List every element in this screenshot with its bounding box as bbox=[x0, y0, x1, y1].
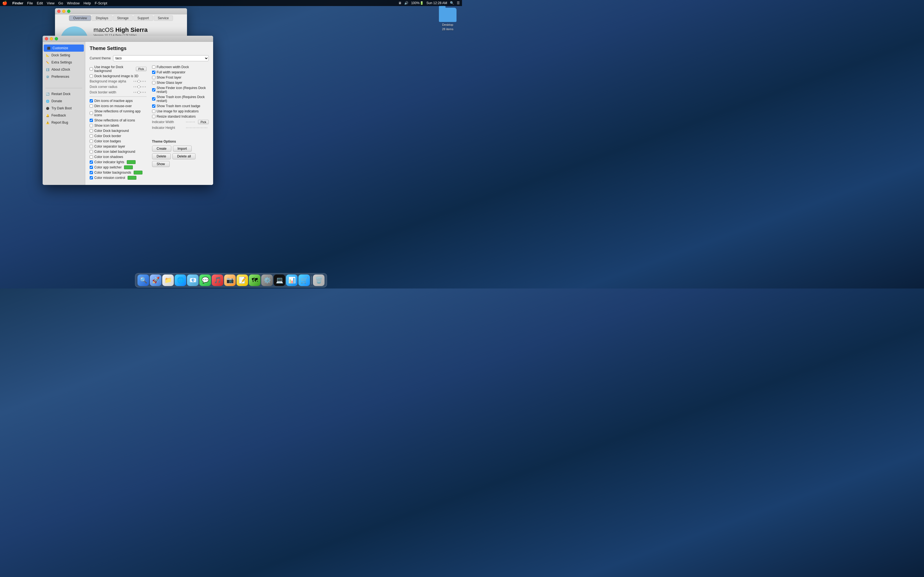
menubar-finder[interactable]: Finder bbox=[12, 1, 23, 5]
dock-icon-launchpad[interactable]: 🚀 bbox=[150, 274, 162, 286]
sidebar-item-extra-settings[interactable]: ✏️ Extra Settings bbox=[43, 59, 85, 66]
current-theme-select[interactable]: taco bbox=[113, 55, 209, 61]
maximize-button[interactable] bbox=[67, 10, 70, 13]
color-swatch-indicator-lights[interactable] bbox=[127, 160, 136, 164]
desktop-icon[interactable]: Desktop 28 items bbox=[439, 8, 457, 31]
sidebar-item-restart-dock[interactable]: 🔄 Restart Dock bbox=[43, 90, 85, 98]
label-fullscreen-dock: Fullscreen width Dock bbox=[157, 65, 189, 69]
checkbox-dim-mouseover[interactable] bbox=[90, 105, 93, 108]
os-name: macOS High Sierra bbox=[94, 26, 181, 34]
color-swatch-app-switcher[interactable] bbox=[124, 165, 133, 169]
sidebar-item-preferences[interactable]: ⚙️ Preferences bbox=[43, 73, 85, 80]
checkbox-resize-standard-indicators[interactable] bbox=[152, 115, 155, 118]
checkbox-color-app-switcher[interactable] bbox=[90, 166, 93, 169]
dock-icon-maps[interactable]: 🗺 bbox=[249, 274, 260, 286]
checkbox-use-image-dock-bg[interactable] bbox=[90, 67, 93, 71]
checkbox-show-trash-badge[interactable] bbox=[152, 105, 155, 108]
checkbox-show-frost[interactable] bbox=[152, 76, 155, 79]
dock-icon-finder[interactable]: 🔍 bbox=[137, 274, 149, 286]
checkbox-color-icon-shadows[interactable] bbox=[90, 155, 93, 158]
menubar-search-icon[interactable]: 🔍 bbox=[450, 1, 454, 5]
checkbox-color-separator-layer[interactable] bbox=[90, 145, 93, 148]
label-color-icon-badges: Color icon badges bbox=[94, 139, 121, 143]
indicator-width-slider[interactable] bbox=[186, 121, 195, 122]
tab-overview[interactable]: Overview bbox=[69, 15, 91, 21]
sidebar-item-about[interactable]: ℹ️ About cDock bbox=[43, 66, 85, 73]
sidebar-item-try-dark-boot[interactable]: ⚫ Try Dark Boot bbox=[43, 105, 85, 112]
menubar-window[interactable]: Window bbox=[67, 1, 79, 5]
sidebar-item-feedback[interactable]: 🔔 Feedback bbox=[43, 112, 85, 119]
minimize-button[interactable] bbox=[62, 10, 65, 13]
tab-displays[interactable]: Displays bbox=[92, 15, 112, 21]
create-button[interactable]: Create bbox=[152, 146, 171, 152]
indicator-height-slider[interactable] bbox=[186, 127, 208, 128]
dock-icon-system-prefs[interactable]: ⚙️ bbox=[261, 274, 273, 286]
menubar-fscript[interactable]: F-Script bbox=[95, 1, 107, 5]
tab-storage[interactable]: Storage bbox=[113, 15, 133, 21]
checkbox-color-folder-backgrounds[interactable] bbox=[90, 171, 93, 174]
pick-button-indicator-width[interactable]: Pick bbox=[198, 120, 209, 124]
checkbox-show-finder-icon[interactable] bbox=[152, 88, 155, 92]
dock-icon-files[interactable]: 📁 bbox=[162, 274, 174, 286]
sidebar-item-dock-setting[interactable]: 📐 Dock Setting bbox=[43, 52, 85, 59]
checkbox-dock-bg-3d[interactable] bbox=[90, 74, 93, 78]
dock-icon-messages[interactable]: 💬 bbox=[199, 274, 211, 286]
checkbox-color-dock-border[interactable] bbox=[90, 134, 93, 138]
dock-icon-activity[interactable]: 📊 bbox=[286, 274, 297, 286]
color-swatch-folder-backgrounds[interactable] bbox=[134, 171, 142, 174]
menubar-view[interactable]: View bbox=[47, 1, 55, 5]
theme-close-button[interactable] bbox=[45, 37, 48, 40]
menubar-notifications-icon[interactable]: ☰ bbox=[457, 1, 460, 5]
checkbox-color-mission-control[interactable] bbox=[90, 176, 93, 179]
checkbox-show-running-reflections[interactable] bbox=[90, 111, 93, 115]
dock-icon-photos[interactable]: 📷 bbox=[224, 274, 236, 286]
sidebar-item-customize[interactable]: ⬛ Customize bbox=[44, 45, 84, 52]
menubar-go[interactable]: Go bbox=[58, 1, 63, 5]
checkbox-dim-inactive[interactable] bbox=[90, 99, 93, 103]
sidebar-label-dock-setting: Dock Setting bbox=[52, 53, 70, 57]
color-swatch-mission-control[interactable] bbox=[128, 176, 136, 180]
checkbox-color-icon-badges[interactable] bbox=[90, 140, 93, 143]
sidebar-item-donate[interactable]: 🌐 Donate bbox=[43, 98, 85, 105]
menubar-help[interactable]: Help bbox=[84, 1, 91, 5]
close-button[interactable] bbox=[57, 10, 60, 13]
apple-menu[interactable]: 🍎 bbox=[2, 0, 7, 5]
checkbox-color-indicator-lights[interactable] bbox=[90, 160, 93, 164]
slider-corner-radius-track[interactable] bbox=[134, 86, 147, 87]
checkbox-color-dock-bg[interactable] bbox=[90, 129, 93, 132]
slider-border-width-track[interactable] bbox=[134, 92, 147, 93]
checkbox-use-image-app-indicators[interactable] bbox=[152, 110, 155, 113]
menubar-file[interactable]: File bbox=[27, 1, 33, 5]
dock-icon-app-store[interactable]: 🛒 bbox=[298, 274, 310, 286]
checkbox-fullscreen-dock[interactable] bbox=[152, 65, 155, 69]
dock-icon-terminal[interactable]: 💻 bbox=[274, 274, 285, 286]
import-button[interactable]: Import bbox=[173, 146, 192, 152]
slider-bg-alpha-track[interactable] bbox=[134, 81, 147, 82]
option-show-all-reflections: Show reflections of all icons bbox=[90, 118, 147, 122]
checkbox-color-icon-label-bg[interactable] bbox=[90, 150, 93, 153]
dock-icon-notes[interactable]: 📝 bbox=[236, 274, 248, 286]
sidebar-item-report-bug[interactable]: ⚠️ Report Bug bbox=[43, 119, 85, 126]
dock-icon-mail[interactable]: 📧 bbox=[187, 274, 199, 286]
theme-maximize-button[interactable] bbox=[55, 37, 58, 40]
menubar-edit[interactable]: Edit bbox=[37, 1, 43, 5]
theme-minimize-button[interactable] bbox=[50, 37, 53, 40]
show-button[interactable]: Show bbox=[152, 161, 170, 167]
delete-all-button[interactable]: Delete all bbox=[173, 153, 195, 160]
tab-service[interactable]: Service bbox=[154, 15, 173, 21]
dock-icon-trash[interactable]: 🗑️ bbox=[313, 274, 325, 286]
checkbox-show-icon-labels[interactable] bbox=[90, 124, 93, 127]
checkbox-show-all-reflections[interactable] bbox=[90, 119, 93, 122]
theme-settings-window: ⬛ Customize 📐 Dock Setting ✏️ Extra Sett… bbox=[43, 36, 213, 185]
delete-button[interactable]: Delete bbox=[152, 153, 171, 160]
dock-icon-music[interactable]: 🎵 bbox=[212, 274, 223, 286]
tab-support[interactable]: Support bbox=[133, 15, 153, 21]
pick-button-dock-bg[interactable]: Pick bbox=[136, 67, 147, 71]
option-show-finder-icon: Show Finder icon (Requires Dock restart) bbox=[152, 86, 209, 94]
slider-bg-alpha-row: Background image alpha bbox=[90, 79, 147, 83]
checkbox-full-width-separator[interactable] bbox=[152, 71, 155, 74]
checkbox-show-glass[interactable] bbox=[152, 81, 155, 84]
checkbox-show-trash-icon[interactable] bbox=[152, 97, 155, 101]
dock-icon-safari[interactable]: 🌐 bbox=[174, 274, 186, 286]
menubar-audio-icon: 🔊 bbox=[404, 1, 409, 5]
